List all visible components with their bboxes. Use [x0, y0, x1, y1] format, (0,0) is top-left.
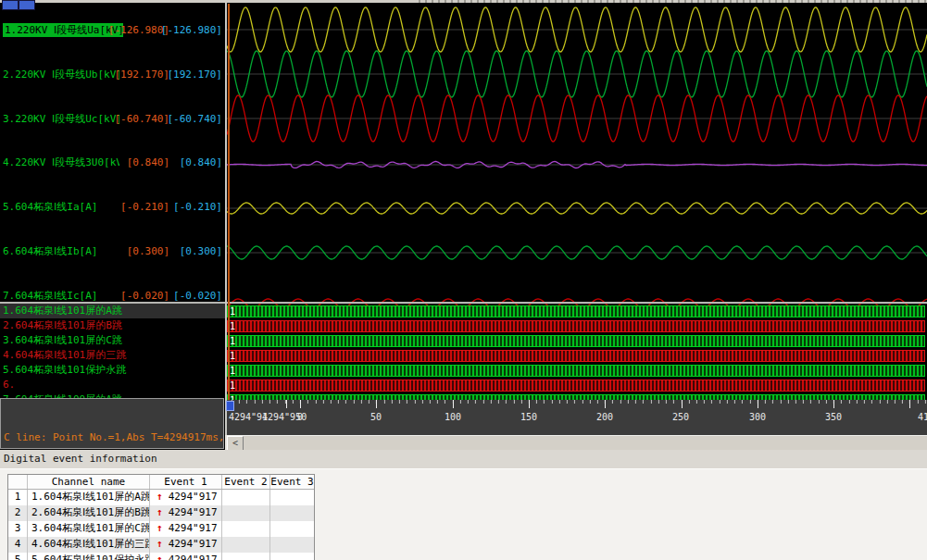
analog-cursor-value-2: [-0.210] [173, 200, 222, 214]
event-1-cell: ↑4294"917 ms [149, 505, 221, 521]
digital-event-table: Channel name Event 1 Event 2 Event 3 11.… [7, 474, 315, 560]
header-event-3: Event 3 [269, 475, 314, 489]
event-channel-name: 1.604柘泉Ⅰ线101屏的A跳 [27, 490, 149, 505]
time-axis-tick-label: 150 [520, 412, 537, 422]
digital-state-value: 1 [230, 351, 235, 361]
analog-channel-label: 7.604柘泉Ⅰ线Ic[A] [3, 289, 97, 303]
header-channel-name: Channel name [27, 475, 149, 489]
event-3-cell [269, 537, 314, 553]
analog-cursor-value-2: [0.840] [180, 156, 222, 169]
analog-channel-row[interactable]: 1.220KV Ⅰ段母线Ua[kV][-126.980][-126.980] [0, 23, 225, 38]
analog-channel-row[interactable]: 6.604柘泉Ⅰ线Ib[A][0.300][0.300] [0, 244, 225, 259]
event-table-row[interactable]: 22.604柘泉Ⅰ线101屏的B跳↑4294"917 ms [8, 505, 314, 521]
digital-channel-row[interactable]: 2.604柘泉Ⅰ线101屏的B跳 [0, 318, 225, 333]
event-table-header: Channel name Event 1 Event 2 Event 3 [8, 475, 314, 490]
header-event-1: Event 1 [149, 475, 221, 489]
event-row-number: 2 [8, 505, 27, 521]
rising-edge-arrow-icon: ↑ [157, 554, 163, 560]
digital-state-value: 1 [230, 321, 235, 331]
event-1-cell: ↑4294"917 ms [149, 537, 221, 553]
time-axis-tick-label: 350 [825, 412, 842, 422]
analog-channel-row[interactable]: 2.220KV Ⅰ段母线Ub[kV][192.170][192.170] [0, 68, 225, 82]
event-channel-name: 4.604柘泉Ⅰ线101屏的三跳 [27, 537, 149, 553]
event-2-cell [221, 490, 269, 505]
event-1-time: 4294"917 ms [169, 506, 221, 518]
event-1-time: 4294"917 ms [169, 554, 221, 560]
analog-channel-row[interactable]: 5.604柘泉Ⅰ线Ia[A][-0.210][-0.210] [0, 200, 225, 215]
analog-cursor-value-1: [0.300] [127, 244, 169, 258]
channel-label-panel: 1.220KV Ⅰ段母线Ua[kV][-126.980][-126.980]2.… [0, 3, 225, 450]
section-header-band: Digital event information [0, 450, 927, 469]
event-1-cell: ↑4294"917 ms [149, 490, 221, 505]
digital-trace-bar: 1 [227, 335, 925, 347]
analog-cursor-value-1: [192.170] [114, 68, 169, 81]
time-axis-tick-label: 41 [918, 412, 927, 422]
time-axis-tick-label: 300 [749, 412, 766, 422]
digital-channel-row[interactable]: 4.604柘泉Ⅰ线101屏的三跳 [0, 348, 225, 363]
rising-edge-arrow-icon: ↑ [157, 506, 163, 518]
event-table-row[interactable]: 33.604柘泉Ⅰ线101屏的C跳↑4294"917 ms [8, 521, 314, 537]
event-1-time: 4294"917 ms [169, 522, 221, 534]
toolbar-button-1[interactable] [2, 0, 19, 10]
time-axis-tick-label: 200 [596, 412, 613, 422]
event-row-number: 4 [8, 537, 27, 553]
time-axis-tick-label: 0 [297, 412, 303, 422]
event-table-row[interactable]: 55.604柘泉Ⅰ线101保护永跳↑4294"917 ms [8, 553, 314, 560]
time-ruler[interactable] [227, 400, 927, 410]
fault-recorder-window: 1.220KV Ⅰ段母线Ua[kV][-126.980][-126.980]2.… [0, 0, 927, 560]
toolbar-button-2[interactable] [19, 0, 35, 10]
digital-trace-bar: 1 [227, 305, 925, 317]
event-1-time: 4294"917 ms [169, 491, 221, 503]
digital-channel-row[interactable]: 5.604柘泉Ⅰ线101保护永跳 [0, 363, 225, 378]
analog-cursor-value-1: [-60.740] [114, 112, 169, 126]
cursor-marker-handle[interactable] [226, 401, 234, 411]
time-axis-tick-label: 100 [445, 412, 461, 422]
section-title: Digital event information [4, 453, 157, 465]
event-2-cell [221, 505, 269, 521]
event-1-time: 4294"917 ms [169, 538, 221, 550]
analog-cursor-value-2: [0.300] [180, 244, 222, 258]
header-row-num [8, 475, 27, 489]
horizontal-scrollbar[interactable]: < [227, 435, 927, 450]
event-1-cell: ↑4294"917 ms [149, 553, 221, 560]
analog-channel-label: 5.604柘泉Ⅰ线Ia[A] [3, 200, 97, 214]
analog-cursor-value-1: [0.840] [127, 156, 169, 169]
panel-divider[interactable] [225, 3, 227, 435]
event-2-cell [221, 521, 269, 537]
c-cursor-line[interactable] [228, 4, 230, 400]
event-2-cell [221, 537, 269, 553]
time-axis-tick-label: 50 [370, 412, 382, 422]
analog-channel-label: 4.220KV Ⅰ段母线3U0[kV] [3, 156, 119, 169]
c-line-status: C line: Point No.=1,Abs T=4294917ms, Rel… [4, 430, 220, 445]
event-table-row[interactable]: 11.604柘泉Ⅰ线101屏的A跳↑4294"917 ms [8, 490, 314, 505]
digital-state-value: 1 [230, 306, 235, 317]
analog-channel-row[interactable]: 3.220KV Ⅰ段母线Uc[kV][-60.740][-60.740] [0, 112, 225, 127]
analog-cursor-value-1: [-0.210] [120, 200, 169, 214]
analog-cursor-value-2: [-60.740] [167, 112, 222, 126]
analog-channel-label: 1.220KV Ⅰ段母线Ua[kV] [3, 23, 123, 37]
event-3-cell [269, 490, 314, 505]
analog-channel-label: 2.220KV Ⅰ段母线Ub[kV] [3, 68, 119, 81]
digital-trace-bar: 1 [227, 320, 925, 332]
analog-cursor-value-2: [192.170] [167, 68, 222, 81]
title-bar-sliver [0, 0, 927, 3]
event-table-row[interactable]: 44.604柘泉Ⅰ线101屏的三跳↑4294"917 ms [8, 537, 314, 553]
digital-trace-bar: 1 [227, 365, 925, 377]
digital-channel-row[interactable]: 1.604柘泉Ⅰ线101屏的A跳 [0, 304, 225, 318]
analog-channel-label: 6.604柘泉Ⅰ线Ib[A] [3, 244, 97, 258]
digital-trace-bar: 1 [227, 380, 925, 392]
event-channel-name: 5.604柘泉Ⅰ线101保护永跳 [27, 553, 149, 560]
event-row-number: 1 [8, 490, 27, 505]
digital-channel-row[interactable]: 6. [0, 378, 225, 392]
analog-cursor-value-2: [-126.980] [161, 23, 222, 37]
analog-channel-label: 3.220KV Ⅰ段母线Uc[kV] [3, 112, 119, 126]
event-3-cell [269, 521, 314, 537]
analog-channel-row[interactable]: 4.220KV Ⅰ段母线3U0[kV][0.840][0.840] [0, 156, 225, 170]
event-3-cell [269, 553, 314, 560]
rising-edge-arrow-icon: ↑ [157, 538, 163, 550]
cursor-status-panel: C line: Point No.=1,Abs T=4294917ms, Rel… [0, 398, 224, 449]
analog-cursor-value-1: [-0.020] [120, 289, 169, 303]
digital-trace-area: 1111111 [227, 305, 927, 400]
digital-channel-row[interactable]: 3.604柘泉Ⅰ线101屏的C跳 [0, 333, 225, 348]
event-table-zone: Channel name Event 1 Event 2 Event 3 11.… [0, 469, 927, 560]
